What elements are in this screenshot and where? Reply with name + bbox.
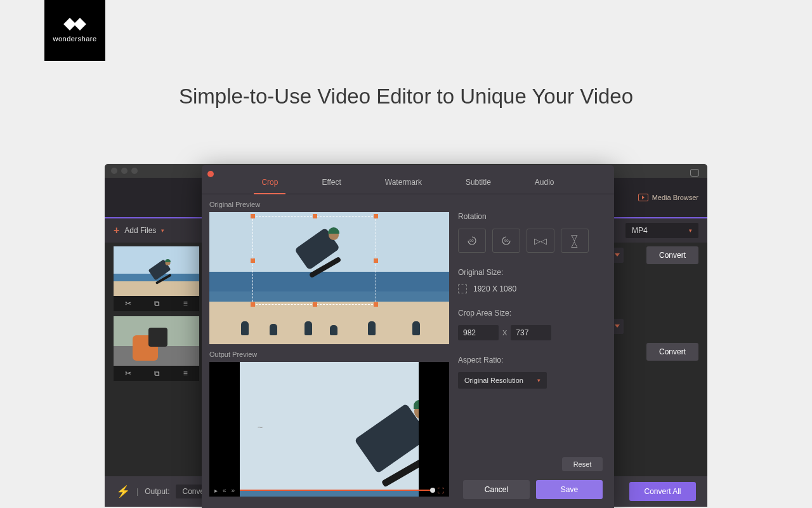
tab-crop[interactable]: Crop bbox=[254, 170, 285, 194]
media-item[interactable]: ✂ ⧉ ≡ bbox=[114, 316, 199, 381]
x-separator: X bbox=[502, 329, 507, 337]
convert-list: Convert Convert bbox=[646, 246, 698, 361]
aspect-value: Original Resolution bbox=[464, 377, 523, 384]
original-size-label: Original Size: bbox=[458, 268, 606, 277]
add-files-button[interactable]: + Add Files ▾ bbox=[114, 225, 164, 236]
tab-subtitle[interactable]: Subtitle bbox=[458, 170, 499, 194]
tab-effect[interactable]: Effect bbox=[314, 170, 348, 194]
reset-button[interactable]: Reset bbox=[562, 457, 603, 471]
output-preview-label: Output Preview bbox=[209, 351, 449, 358]
crop-icon[interactable]: ⧉ bbox=[154, 369, 160, 378]
thumbnail bbox=[114, 246, 199, 296]
caret-down-icon: ▾ bbox=[537, 377, 540, 384]
media-browser-icon bbox=[638, 194, 648, 201]
page-headline: Simple-to-Use Video Editor to Unique You… bbox=[0, 84, 812, 109]
add-files-label: Add Files bbox=[124, 226, 156, 235]
rotation-label: Rotation bbox=[458, 212, 606, 221]
dimensions-icon bbox=[458, 284, 467, 293]
flip-horizontal-button[interactable]: ▷◁ bbox=[527, 229, 554, 253]
thumbnail bbox=[114, 316, 199, 366]
original-preview-label: Original Preview bbox=[209, 201, 449, 208]
media-browser-label: Media Browser bbox=[652, 194, 698, 201]
close-icon[interactable] bbox=[207, 171, 214, 177]
crop-editor-dialog: Crop Effect Watermark Subtitle Audio Ori… bbox=[202, 165, 614, 508]
save-button[interactable]: Save bbox=[536, 480, 603, 499]
bird-icon: ~ bbox=[258, 422, 268, 427]
crop-icon[interactable]: ⧉ bbox=[154, 299, 160, 308]
rotate-right-button[interactable]: 90 bbox=[492, 229, 520, 253]
adjust-icon[interactable]: ≡ bbox=[183, 369, 188, 378]
tab-audio[interactable]: Audio bbox=[527, 170, 562, 194]
crop-area-label: Crop Area Size: bbox=[458, 309, 606, 318]
convert-button[interactable]: Convert bbox=[646, 246, 698, 264]
crop-height-input[interactable]: 737 bbox=[511, 325, 551, 340]
original-preview[interactable] bbox=[209, 212, 449, 344]
media-list: ✂ ⧉ ≡ ✂ ⧉ ≡ bbox=[114, 246, 199, 386]
chat-icon[interactable] bbox=[690, 169, 699, 177]
output-format-select[interactable]: MP4 ▾ bbox=[625, 223, 698, 238]
crop-handle[interactable] bbox=[374, 258, 378, 263]
thumb-tools: ✂ ⧉ ≡ bbox=[114, 366, 199, 381]
crop-selection[interactable] bbox=[252, 216, 376, 305]
logo-text: wondershare bbox=[53, 35, 96, 43]
media-browser-button[interactable]: Media Browser bbox=[638, 194, 698, 201]
aspect-ratio-label: Aspect Ratio: bbox=[458, 356, 606, 364]
crop-handle[interactable] bbox=[374, 302, 378, 307]
caret-down-icon: ▾ bbox=[689, 227, 692, 234]
crop-handle[interactable] bbox=[374, 214, 378, 218]
original-size-value: 1920 X 1080 bbox=[473, 284, 516, 293]
svg-text:90: 90 bbox=[504, 239, 509, 243]
cut-icon[interactable]: ✂ bbox=[125, 299, 131, 308]
bolt-icon: ⚡ bbox=[116, 485, 130, 498]
crop-handle[interactable] bbox=[313, 214, 317, 218]
traffic-light-close[interactable] bbox=[111, 168, 117, 174]
media-item[interactable]: ✂ ⧉ ≡ bbox=[114, 246, 199, 311]
crop-width-input[interactable]: 982 bbox=[458, 325, 499, 340]
editor-tabs: Crop Effect Watermark Subtitle Audio bbox=[202, 170, 614, 194]
caret-down-icon: ▾ bbox=[161, 227, 164, 234]
cancel-button[interactable]: Cancel bbox=[463, 480, 530, 499]
output-label: Output: bbox=[145, 487, 169, 496]
editor-footer: Cancel Save bbox=[202, 471, 614, 508]
convert-all-button[interactable]: Convert All bbox=[629, 482, 696, 501]
crop-handle[interactable] bbox=[251, 258, 255, 263]
svg-text:90: 90 bbox=[469, 239, 474, 243]
convert-button[interactable]: Convert bbox=[646, 343, 698, 361]
crop-handle[interactable] bbox=[251, 302, 255, 307]
plus-icon: + bbox=[114, 225, 119, 236]
adjust-icon[interactable]: ≡ bbox=[183, 299, 188, 308]
wondershare-logo: wondershare bbox=[44, 0, 105, 61]
flip-vertical-button[interactable]: ▷◁ bbox=[561, 229, 589, 253]
format-value: MP4 bbox=[632, 226, 648, 235]
thumb-tools: ✂ ⧉ ≡ bbox=[114, 296, 199, 311]
aspect-ratio-select[interactable]: Original Resolution ▾ bbox=[458, 372, 547, 389]
crop-handle[interactable] bbox=[251, 214, 255, 218]
rotate-left-button[interactable]: 90 bbox=[458, 229, 486, 253]
cut-icon[interactable]: ✂ bbox=[125, 369, 131, 378]
crop-settings-panel: Rotation 90 90 ▷◁ ▷◁ Original Size: 1920… bbox=[458, 201, 606, 497]
tab-watermark[interactable]: Watermark bbox=[377, 170, 429, 194]
traffic-light-zoom[interactable] bbox=[131, 168, 138, 174]
crop-handle[interactable] bbox=[313, 302, 317, 307]
traffic-light-minimize[interactable] bbox=[121, 168, 128, 174]
logo-icon bbox=[65, 18, 85, 31]
